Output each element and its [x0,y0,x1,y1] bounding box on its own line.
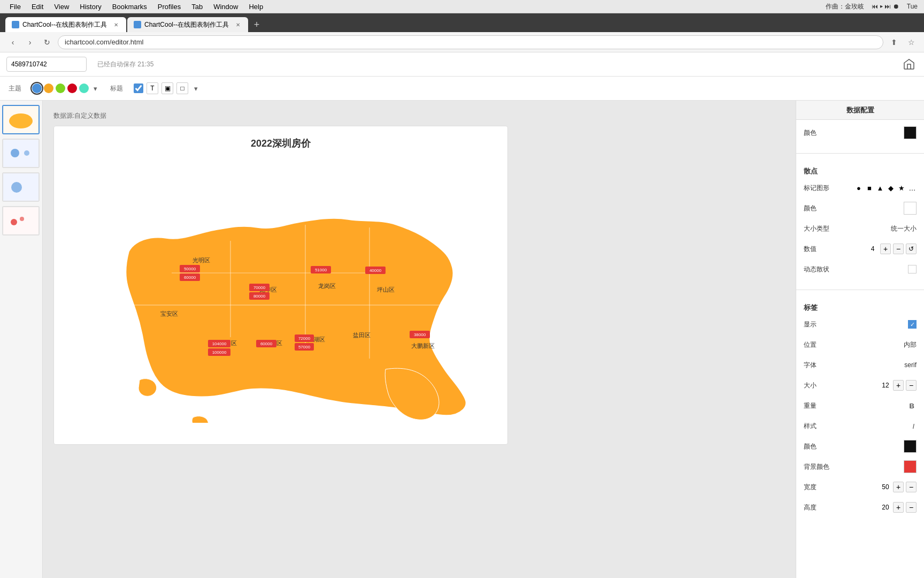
title-controls: T ▣ □ ▾ [134,82,200,94]
label-color-label: 颜色 [804,442,817,451]
menu-edit[interactable]: Edit [26,2,49,12]
forward-button[interactable]: › [24,36,36,49]
height-label: 高度 [804,503,817,512]
dynamic-label: 动态散状 [804,265,829,274]
svg-text:60000: 60000 [184,275,196,280]
title-box-btn[interactable]: ▣ [161,82,173,94]
district-pingshan: 坪山区 [376,286,395,293]
color-swatch[interactable] [904,126,917,139]
show-row: 显示 ✓ [804,317,917,332]
svg-point-9 [20,217,24,221]
color-green[interactable] [56,83,65,93]
size-increment[interactable]: + [893,380,904,391]
italic-button[interactable]: I [910,422,917,431]
address-input[interactable]: ichartcool.com/editor.html [58,35,883,49]
dynamic-row: 动态散状 [804,262,917,277]
url-text: ichartcool.com/editor.html [65,38,143,46]
menu-bookmarks[interactable]: Bookmarks [107,2,152,12]
value-decrement[interactable]: − [893,244,904,254]
menu-view[interactable]: View [49,2,74,12]
title-checkbox[interactable] [134,83,143,93]
title-text-btn[interactable]: T [147,82,158,94]
menu-window[interactable]: Window [208,2,243,12]
triangle-shape[interactable]: ▲ [876,184,884,192]
menu-help[interactable]: Help [243,2,268,12]
diamond-shape[interactable]: ◆ [887,184,895,192]
menu-profiles[interactable]: Profiles [152,2,186,12]
tab-bar: ChartCool--在线图表制作工具 ✕ ChartCool--在线图表制作工… [0,13,924,32]
menu-history[interactable]: History [74,2,106,12]
dynamic-checkbox[interactable] [908,265,917,273]
share-icon[interactable]: ⬆ [888,36,900,49]
home-icon[interactable] [900,56,918,73]
circle-shape[interactable]: ● [854,184,863,192]
bg-color-label: 背景颜色 [804,462,829,471]
tab-1-close[interactable]: ✕ [112,21,120,28]
height-increment[interactable]: + [893,502,904,513]
svg-text:80000: 80000 [253,294,266,299]
show-label: 显示 [804,320,817,329]
color-blue[interactable] [32,83,42,93]
position-value: 内部 [904,340,917,349]
color-teal[interactable] [79,83,89,93]
color-red[interactable] [67,83,77,93]
address-bar: ‹ › ↻ ichartcool.com/editor.html ⬆ ☆ [0,32,924,52]
menu-tab[interactable]: Tab [186,2,208,12]
style-label: 样式 [804,422,817,431]
value-row: 数值 4 + − ↺ [804,241,917,256]
shenzhen-map-svg: 光明区 50000 60000 龙华区 70000 80000 宝安区 龙岗区 [65,155,503,423]
value-label: 数值 [804,245,817,254]
district-longgang: 龙岗区 [318,283,336,289]
width-decrement[interactable]: − [906,482,917,492]
height-control: 20 + − [880,502,917,513]
thumbnail-3[interactable] [2,172,40,202]
height-decrement[interactable]: − [906,502,917,513]
tab-2-close[interactable]: ✕ [234,21,242,28]
color-label: 颜色 [804,128,817,138]
tab-1-label: ChartCool--在线图表制作工具 [22,20,107,29]
marker-shapes: ● ■ ▲ ◆ ★ … [854,184,917,192]
label-color-swatch[interactable] [904,440,917,453]
bold-button[interactable]: B [907,401,917,410]
svg-point-8 [11,219,17,225]
title-rect-btn[interactable]: □ [176,82,188,94]
value-reset[interactable]: ↺ [906,244,917,254]
scatter-color-swatch[interactable] [904,202,917,215]
value-increment[interactable]: + [880,244,891,254]
menubar-right: 作曲：金玫岐 ⏮ ▶ ⏭ ⏺ Tue [823,2,920,11]
size-decrement[interactable]: − [906,380,917,391]
refresh-button[interactable]: ↻ [41,36,53,49]
label-section: 标签 显示 ✓ 位置 内部 字体 serif 大小 12 + − [796,295,924,526]
svg-rect-7 [3,207,38,234]
media-controls[interactable]: ⏮ ▶ ⏭ ⏺ [869,3,902,10]
svg-text:51000: 51000 [315,268,327,272]
tab-2[interactable]: ChartCool--在线图表制作工具 ✕ [127,17,248,32]
thumbnail-1[interactable] [2,105,40,134]
thumbnail-4[interactable] [2,206,40,235]
back-button[interactable]: ‹ [6,36,19,49]
show-checkbox[interactable]: ✓ [908,320,917,329]
map-container: 光明区 50000 60000 龙华区 70000 80000 宝安区 龙岗区 [65,155,497,434]
color-expand-icon[interactable]: ▾ [91,84,99,93]
menu-file[interactable]: File [4,2,26,12]
doc-id-input[interactable] [6,57,87,72]
more-shapes[interactable]: … [908,184,917,192]
font-row: 字体 serif [804,358,917,372]
font-label: 字体 [804,361,817,370]
tab-1-favicon [12,21,19,28]
svg-text:70000: 70000 [253,285,266,290]
rect-shape[interactable]: ■ [865,184,874,192]
color-orange[interactable] [44,83,53,93]
new-tab-button[interactable]: + [249,17,264,32]
tab-1[interactable]: ChartCool--在线图表制作工具 ✕ [5,17,126,32]
svg-point-1 [9,113,33,128]
width-display: 50 [880,483,891,491]
district-guangming: 光明区 [192,257,210,263]
thumbnail-2[interactable] [2,139,40,168]
position-label: 位置 [804,340,817,349]
width-increment[interactable]: + [893,482,904,492]
title-expand-icon[interactable]: ▾ [191,84,200,93]
bg-color-swatch[interactable] [904,460,917,473]
bookmark-icon[interactable]: ☆ [905,36,918,49]
star-shape[interactable]: ★ [897,184,906,192]
